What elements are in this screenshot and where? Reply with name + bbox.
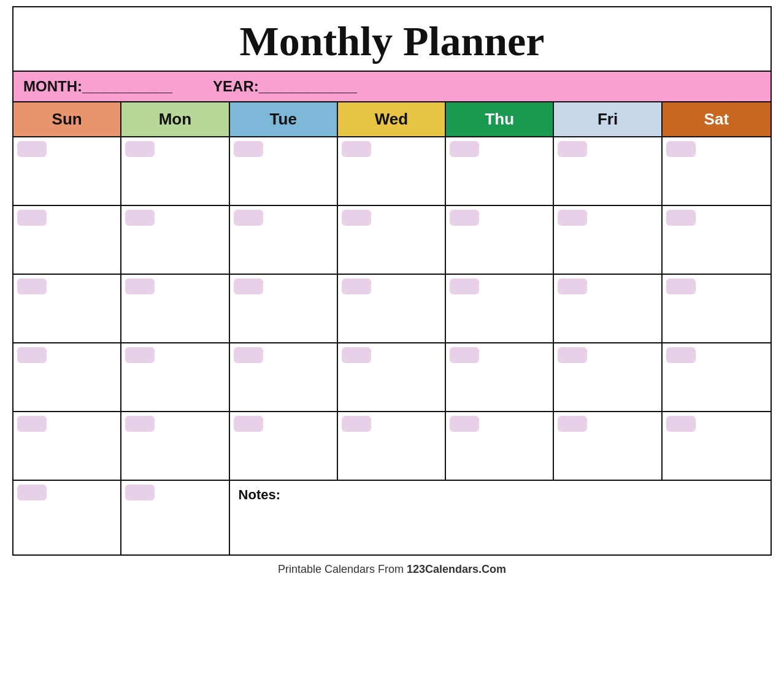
date-badge — [342, 416, 371, 432]
cell-3-6[interactable] — [554, 275, 662, 342]
footer-brand: 123Calendars.Com — [407, 563, 506, 575]
date-badge — [342, 278, 371, 294]
cell-5-3[interactable] — [230, 412, 338, 480]
month-label: MONTH:___________ — [23, 78, 172, 94]
planner-container: Monthly Planner MONTH:___________ YEAR:_… — [12, 6, 772, 556]
date-badge — [342, 210, 371, 226]
notes-cell[interactable]: Notes: — [230, 481, 771, 554]
date-badge — [125, 278, 155, 294]
day-header-sat: Sat — [663, 102, 771, 136]
cell-3-7[interactable] — [663, 275, 771, 342]
cell-2-5[interactable] — [446, 206, 554, 274]
date-badge — [558, 347, 587, 363]
date-badge — [234, 347, 263, 363]
calendar-row-5 — [13, 412, 771, 481]
cell-4-1[interactable] — [13, 343, 121, 411]
date-badge — [125, 141, 155, 157]
cell-4-2[interactable] — [121, 343, 229, 411]
title-row: Monthly Planner — [13, 7, 771, 72]
calendar-row-6: Notes: — [13, 481, 771, 554]
cell-1-6[interactable] — [554, 137, 662, 205]
notes-label: Notes: — [239, 487, 280, 502]
cell-4-3[interactable] — [230, 343, 338, 411]
page-title: Monthly Planner — [20, 18, 764, 64]
cell-2-7[interactable] — [663, 206, 771, 274]
cell-3-1[interactable] — [13, 275, 121, 342]
cell-5-6[interactable] — [554, 412, 662, 480]
date-badge — [666, 210, 696, 226]
year-label: YEAR:____________ — [213, 78, 357, 94]
cell-3-2[interactable] — [121, 275, 229, 342]
date-badge — [17, 347, 47, 363]
cell-1-1[interactable] — [13, 137, 121, 205]
cell-5-1[interactable] — [13, 412, 121, 480]
day-header-fri: Fri — [554, 102, 662, 136]
calendar-row-2 — [13, 206, 771, 275]
date-badge — [450, 278, 479, 294]
date-badge — [17, 485, 47, 500]
cell-5-7[interactable] — [663, 412, 771, 480]
cell-1-2[interactable] — [121, 137, 229, 205]
cell-2-1[interactable] — [13, 206, 121, 274]
cell-1-5[interactable] — [446, 137, 554, 205]
date-badge — [666, 347, 696, 363]
date-badge — [558, 141, 587, 157]
day-header-wed: Wed — [338, 102, 446, 136]
date-badge — [234, 210, 263, 226]
date-badge — [234, 141, 263, 157]
cell-5-5[interactable] — [446, 412, 554, 480]
date-badge — [666, 278, 696, 294]
calendar-row-3 — [13, 275, 771, 343]
page-wrapper: Monthly Planner MONTH:___________ YEAR:_… — [0, 0, 784, 690]
days-header: Sun Mon Tue Wed Thu Fri Sat — [13, 102, 771, 137]
cell-4-5[interactable] — [446, 343, 554, 411]
date-badge — [450, 347, 479, 363]
day-header-tue: Tue — [230, 102, 338, 136]
cell-1-4[interactable] — [338, 137, 446, 205]
date-badge — [558, 416, 587, 432]
calendar-body: Notes: — [13, 137, 771, 554]
cell-3-5[interactable] — [446, 275, 554, 342]
cell-3-3[interactable] — [230, 275, 338, 342]
date-badge — [125, 485, 155, 500]
calendar-row-1 — [13, 137, 771, 206]
cell-2-4[interactable] — [338, 206, 446, 274]
date-badge — [666, 416, 696, 432]
cell-6-1[interactable] — [13, 481, 121, 554]
day-header-sun: Sun — [13, 102, 121, 136]
cell-3-4[interactable] — [338, 275, 446, 342]
cell-4-4[interactable] — [338, 343, 446, 411]
date-badge — [17, 141, 47, 157]
date-badge — [17, 416, 47, 432]
day-header-mon: Mon — [121, 102, 229, 136]
date-badge — [450, 210, 479, 226]
cell-4-6[interactable] — [554, 343, 662, 411]
month-year-row: MONTH:___________ YEAR:____________ — [13, 72, 771, 102]
date-badge — [342, 141, 371, 157]
date-badge — [234, 416, 263, 432]
cell-1-3[interactable] — [230, 137, 338, 205]
day-header-thu: Thu — [446, 102, 554, 136]
cell-2-3[interactable] — [230, 206, 338, 274]
date-badge — [17, 278, 47, 294]
date-badge — [558, 278, 587, 294]
cell-1-7[interactable] — [663, 137, 771, 205]
cell-5-4[interactable] — [338, 412, 446, 480]
date-badge — [234, 278, 263, 294]
cell-4-7[interactable] — [663, 343, 771, 411]
date-badge — [342, 347, 371, 363]
cell-5-2[interactable] — [121, 412, 229, 480]
cell-2-6[interactable] — [554, 206, 662, 274]
footer: Printable Calendars From 123Calendars.Co… — [278, 563, 506, 576]
date-badge — [450, 141, 479, 157]
cell-2-2[interactable] — [121, 206, 229, 274]
date-badge — [17, 210, 47, 226]
date-badge — [558, 210, 587, 226]
date-badge — [125, 416, 155, 432]
footer-text: Printable Calendars From — [278, 563, 407, 575]
date-badge — [125, 347, 155, 363]
calendar-row-4 — [13, 343, 771, 412]
cell-6-2[interactable] — [121, 481, 229, 554]
date-badge — [125, 210, 155, 226]
date-badge — [666, 141, 696, 157]
